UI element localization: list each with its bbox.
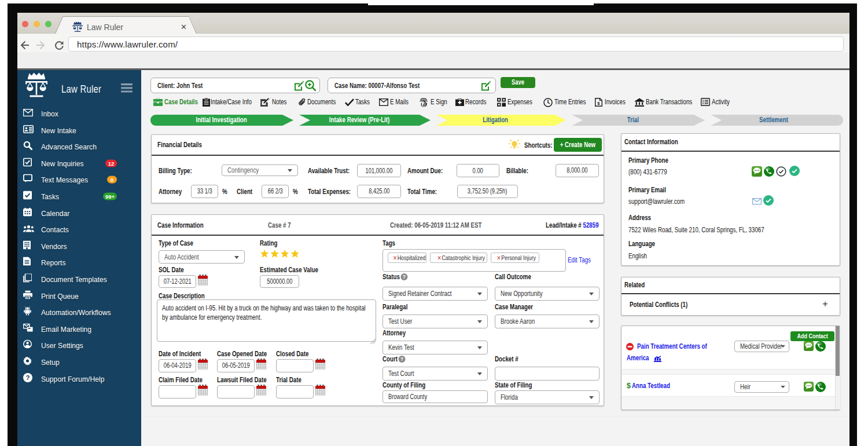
svg-text:?: ?: [25, 374, 30, 381]
svg-text:$: $: [597, 101, 600, 106]
